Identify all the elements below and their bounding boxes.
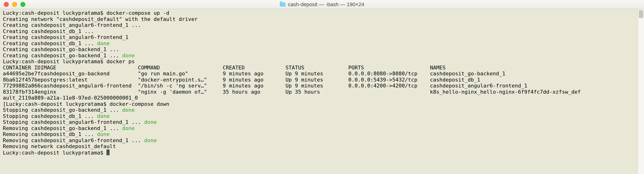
output-line: Creating cashdeposit_angular6-frontend_1 bbox=[3, 34, 641, 40]
output-line: Removing network cashdeposit_default bbox=[3, 143, 641, 149]
maximize-icon[interactable] bbox=[20, 2, 25, 7]
scrollbar-thumb[interactable] bbox=[639, 10, 643, 18]
window-title: cash-deposit — -bash — 190×24 bbox=[0, 0, 644, 9]
done-label: done bbox=[97, 113, 110, 119]
shell-prompt: Lucky:cash-deposit luckypratama$ bbox=[6, 101, 110, 107]
output-line: Stopping cashdeposit_angular6-frontend_1… bbox=[3, 119, 144, 125]
ps-row: 83178fbf314enginx "nginx -g 'daemon of…"… bbox=[3, 89, 641, 95]
ps-row: a44695e2be7fcashdeposit_go-backend "go r… bbox=[3, 71, 641, 77]
output-line: Removing cashdeposit_db_1 ... bbox=[3, 131, 97, 137]
shell-prompt: Lucky:cash-deposit luckypratama$ bbox=[3, 150, 106, 156]
done-label: done bbox=[122, 125, 135, 131]
scrollbar-track[interactable] bbox=[638, 9, 644, 174]
shell-prompt: Lucky:cash-deposit luckypratama$ bbox=[3, 10, 106, 16]
shell-command: docker-compose up -d bbox=[106, 10, 169, 16]
ps-header-row: CONTAINER IDIMAGE COMMAND CREATED STATUS… bbox=[3, 65, 641, 71]
done-label: done bbox=[97, 40, 110, 46]
shell-command: docker ps bbox=[106, 58, 135, 64]
bracket-open: [ bbox=[3, 101, 6, 107]
output-line: Removing cashdeposit_go-backend_1 ... bbox=[3, 125, 122, 131]
output-line: Creating network "cashdeposit_default" w… bbox=[3, 16, 641, 22]
cursor-icon bbox=[106, 149, 110, 155]
output-line: Stopping cashdeposit_db_1 ... bbox=[3, 113, 97, 119]
output-line: Creating cashdeposit_db_1 ... bbox=[3, 40, 97, 46]
output-line: Removing cashdeposit_angular6-frontend_1… bbox=[3, 137, 144, 143]
window-title-text: cash-deposit — -bash — 190×24 bbox=[288, 2, 364, 8]
ps-row: 8ba612f457bepostgres:latest "docker-entr… bbox=[3, 77, 641, 83]
minimize-icon[interactable] bbox=[12, 2, 17, 7]
window-controls bbox=[0, 2, 25, 7]
window-titlebar: cash-deposit — -bash — 190×24 bbox=[0, 0, 644, 9]
ps-row: 77299882a866cashdeposit_angular6-fronten… bbox=[3, 83, 641, 89]
terminal-panel: Lucky:cash-deposit luckypratama$ docker-… bbox=[0, 9, 644, 174]
output-line: Creating cashdeposit_angular6-frontend_1… bbox=[3, 22, 641, 28]
shell-command: docker-compose down bbox=[110, 101, 169, 107]
done-label: done bbox=[144, 137, 157, 143]
terminal-output[interactable]: Lucky:cash-deposit luckypratama$ docker-… bbox=[0, 9, 644, 174]
done-label: done bbox=[144, 119, 157, 125]
folder-icon bbox=[280, 2, 286, 7]
ps-row-wrap: ault_2119a889-a21a-11e8-97ed-02500000000… bbox=[3, 95, 641, 101]
done-label: done bbox=[97, 131, 110, 137]
output-line: Creating cashdeposit_go-backend_1 ... bbox=[3, 53, 122, 58]
output-line: Creating cashdeposit_go-backend_1 ... bbox=[3, 46, 641, 53]
close-icon[interactable] bbox=[4, 2, 9, 7]
output-line: Stopping cashdeposit_go-backend_1 ... bbox=[3, 107, 122, 113]
done-label: done bbox=[122, 53, 135, 58]
output-line: Creating cashdeposit_db_1 ... bbox=[3, 28, 641, 34]
shell-prompt: Lucky:cash-deposit luckypratama$ bbox=[3, 58, 106, 64]
done-label: done bbox=[122, 107, 135, 113]
